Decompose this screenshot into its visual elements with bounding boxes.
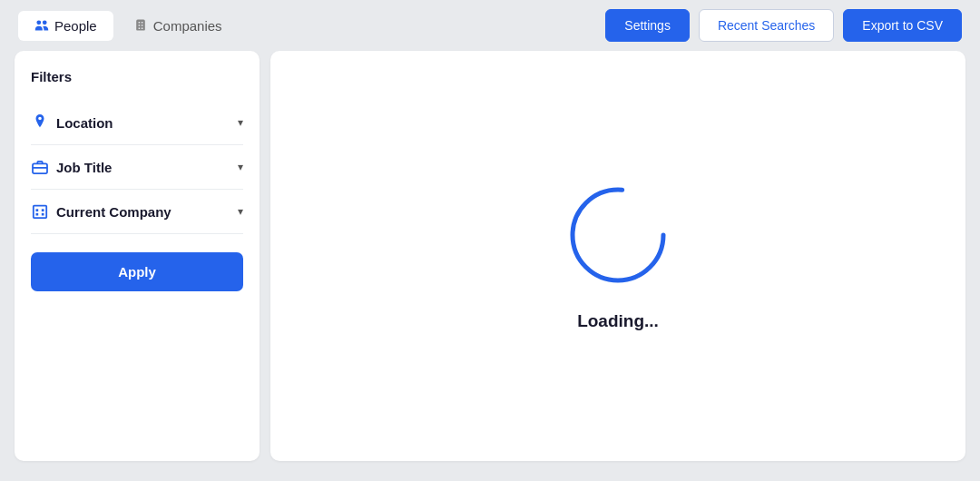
chevron-down-icon: ▾ <box>238 116 243 129</box>
loading-spinner <box>564 181 672 290</box>
top-bar: People Companies Settings Recent Searche… <box>0 0 980 51</box>
loading-text: Loading... <box>577 311 659 331</box>
main-content: Filters Location ▾ Job Title ▾ <box>0 51 980 476</box>
recent-searches-button[interactable]: Recent Searches <box>699 9 834 42</box>
location-pin-icon <box>31 113 49 132</box>
content-area: Loading... <box>270 51 965 461</box>
tab-group: People Companies <box>18 11 239 41</box>
building-icon <box>31 202 49 221</box>
filter-current-company[interactable]: Current Company ▾ <box>31 190 243 234</box>
svg-rect-6 <box>42 213 44 216</box>
companies-icon <box>133 18 148 33</box>
export-csv-button[interactable]: Export to CSV <box>843 9 962 42</box>
svg-rect-4 <box>42 209 44 211</box>
svg-rect-5 <box>36 213 39 216</box>
filter-job-title[interactable]: Job Title ▾ <box>31 145 243 190</box>
tab-companies-label: Companies <box>153 18 222 34</box>
briefcase-icon <box>31 158 49 176</box>
tab-companies[interactable]: Companies <box>117 11 239 41</box>
sidebar: Filters Location ▾ Job Title ▾ <box>15 51 260 461</box>
top-actions: Settings Recent Searches Export to CSV <box>605 9 962 42</box>
filter-location-label: Location <box>56 115 230 131</box>
tab-people-label: People <box>54 18 97 34</box>
filter-location[interactable]: Location ▾ <box>31 101 243 145</box>
chevron-down-icon: ▾ <box>238 161 243 173</box>
filter-job-title-label: Job Title <box>56 160 230 175</box>
svg-point-7 <box>573 190 663 280</box>
chevron-down-icon: ▾ <box>238 205 243 218</box>
svg-rect-2 <box>34 206 46 219</box>
svg-rect-3 <box>36 209 39 211</box>
people-icon <box>34 18 49 33</box>
filter-current-company-label: Current Company <box>56 204 230 220</box>
filters-title: Filters <box>31 69 243 84</box>
tab-people[interactable]: People <box>18 11 113 41</box>
loading-container: Loading... <box>564 181 672 331</box>
apply-button[interactable]: Apply <box>31 252 243 291</box>
settings-button[interactable]: Settings <box>605 9 690 42</box>
